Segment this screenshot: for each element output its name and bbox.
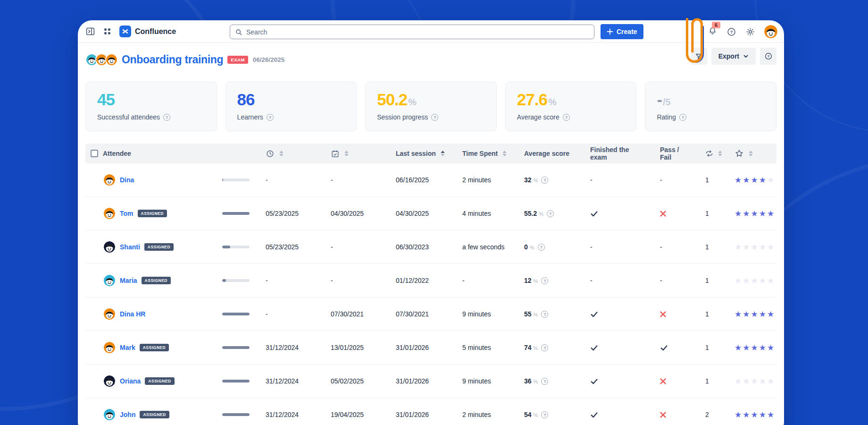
attempts-cell: 1 [688, 344, 722, 351]
star-icon: ★ [767, 276, 775, 286]
last-session-cell: 07/30/2021 [388, 310, 453, 318]
start-date-cell: - [258, 176, 323, 184]
filter-button[interactable] [691, 48, 707, 65]
sidebar-toggle-icon[interactable] [85, 26, 95, 36]
report-help-button[interactable]: ? [760, 48, 776, 65]
notifications-button[interactable]: 6 [708, 26, 718, 38]
settings-button[interactable] [745, 27, 755, 37]
column-last-session[interactable]: Last session [396, 150, 436, 157]
confluence-logo-icon[interactable] [119, 26, 131, 37]
create-button[interactable]: Create [601, 24, 643, 39]
column-pass-fail[interactable]: Pass / Fail [660, 146, 688, 161]
search-icon [235, 28, 242, 36]
last-session-cell: 31/01/2026 [388, 411, 453, 418]
score-help-icon[interactable] [541, 411, 548, 418]
end-date-cell: 05/02/2025 [323, 377, 388, 385]
assigned-badge: ASSIGNED [144, 243, 174, 251]
column-attendee[interactable]: Attendee [103, 150, 131, 157]
score-help-icon[interactable] [541, 378, 548, 385]
filter-icon [695, 52, 702, 60]
table-row[interactable]: John ASSIGNED 31/12/2024 19/04/2025 31/0… [85, 398, 776, 425]
progress-bar [222, 178, 250, 181]
table-row[interactable]: Maria ASSIGNED - - 01/12/2022 - 12% - - … [85, 264, 776, 298]
rating-stars: ★★★★★ [722, 242, 776, 252]
attendee-name-link[interactable]: Mark [120, 344, 135, 351]
stat-label: Session progress [377, 113, 428, 121]
sort-last-session[interactable] [441, 151, 445, 156]
attendee-name-link[interactable]: Tom [120, 210, 134, 217]
attendee-name-link[interactable]: Dina HR [120, 310, 145, 318]
score-help-icon[interactable] [541, 177, 548, 184]
average-score-cell: 55.2% [515, 210, 575, 217]
stat-help-icon[interactable] [267, 114, 274, 121]
search-input[interactable] [246, 28, 589, 36]
star-icon: ★ [759, 242, 767, 252]
stat-help-icon[interactable] [679, 114, 686, 121]
attendee-name-link[interactable]: John [120, 411, 135, 418]
svg-text:?: ? [767, 54, 769, 59]
star-icon: ★ [734, 343, 743, 353]
end-date-cell: 04/30/2025 [323, 210, 388, 217]
star-icon: ★ [759, 209, 767, 219]
plus-icon [607, 28, 613, 35]
sort-time-spent[interactable] [502, 151, 507, 156]
last-session-cell: 06/30/2023 [388, 243, 453, 251]
attendees-table: Attendee [85, 144, 776, 425]
select-all-checkbox[interactable] [91, 150, 98, 157]
help-icon: ? [764, 52, 773, 60]
column-finished-exam[interactable]: Finished the exam [590, 146, 639, 161]
average-score-cell: 55% [515, 310, 575, 318]
attendee-name-link[interactable]: Shanti [120, 243, 140, 251]
clock-icon [266, 149, 275, 158]
score-help-icon[interactable] [541, 344, 548, 351]
star-icon: ★ [751, 276, 759, 286]
sort-rating[interactable] [749, 151, 753, 156]
search-box[interactable] [230, 25, 594, 39]
star-icon: ★ [751, 242, 759, 252]
stat-help-icon[interactable] [563, 114, 570, 121]
pass-fail-cell [639, 412, 688, 418]
app-switcher-icon[interactable] [103, 27, 112, 36]
user-avatar[interactable] [764, 25, 777, 38]
table-row[interactable]: Dina - - 06/16/2025 2 minutes 32% - - 1 … [85, 163, 776, 197]
star-icon: ★ [759, 175, 767, 185]
participant-avatars [85, 53, 115, 66]
stat-help-icon[interactable] [431, 114, 438, 121]
star-icon: ★ [767, 410, 775, 420]
star-icon: ★ [734, 175, 743, 185]
column-time-spent[interactable]: Time Spent [462, 150, 498, 157]
table-row[interactable]: Oriana ASSIGNED 31/12/2024 05/02/2025 31… [85, 365, 776, 398]
attendee-name-link[interactable]: Maria [120, 277, 137, 284]
table-row[interactable]: Dina HR - 07/30/2021 07/30/2021 9 minute… [85, 298, 776, 331]
table-row[interactable]: Mark ASSIGNED 31/12/2024 13/01/2025 31/0… [85, 331, 776, 365]
time-spent-cell: a few seconds [453, 243, 515, 251]
finished-exam-cell [575, 377, 639, 385]
pass-fail-cell [639, 211, 688, 217]
table-body: Dina - - 06/16/2025 2 minutes 32% - - 1 … [85, 163, 776, 425]
stat-help-icon[interactable] [163, 114, 170, 121]
star-icon: ★ [751, 410, 759, 420]
score-help-icon[interactable] [538, 244, 545, 251]
score-help-icon[interactable] [541, 311, 548, 318]
score-help-icon[interactable] [547, 210, 554, 217]
attendee-name-link[interactable]: Dina [120, 176, 134, 184]
help-button[interactable]: ? [726, 27, 736, 37]
table-row[interactable]: Tom ASSIGNED 05/23/2025 04/30/2025 04/30… [85, 197, 776, 230]
sort-attempts[interactable] [718, 151, 722, 156]
star-icon [734, 149, 744, 158]
column-average-score[interactable]: Average score [524, 150, 569, 157]
export-button[interactable]: Export [711, 48, 756, 65]
time-spent-cell: 5 minutes [453, 344, 515, 351]
stat-average-score: 27.6% Average score [505, 82, 637, 131]
sort-start-date[interactable] [279, 151, 284, 156]
start-date-cell: - [258, 277, 323, 284]
end-date-cell: 19/04/2025 [323, 411, 388, 418]
attendee-name-link[interactable]: Oriana [120, 377, 141, 385]
score-help-icon[interactable] [541, 277, 548, 284]
table-row[interactable]: Shanti ASSIGNED 05/23/2025 - 06/30/2023 … [85, 230, 776, 264]
stat-successful-attendees: 45 Successful attendees [85, 82, 217, 131]
stat-label: Rating [657, 113, 676, 121]
sort-end-date[interactable] [344, 151, 349, 156]
time-spent-cell: 2 minutes [453, 176, 515, 184]
finished-exam-cell [575, 411, 639, 419]
